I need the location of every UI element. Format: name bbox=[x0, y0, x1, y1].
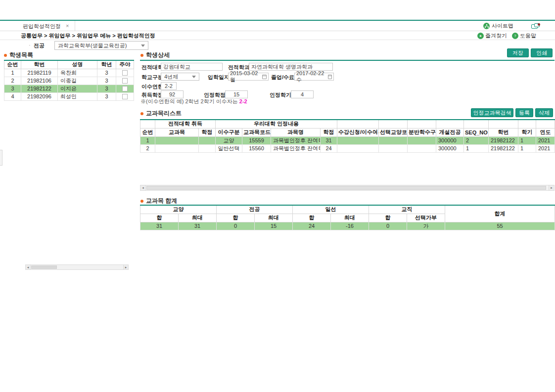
popup-windows-icon[interactable] bbox=[531, 23, 540, 29]
col-header: 학번 bbox=[21, 60, 58, 69]
sitemap-button[interactable]: 사이트맵 bbox=[483, 22, 513, 30]
earned-credits-field[interactable] bbox=[161, 90, 184, 98]
table-row[interactable]: 2 일반선택 15560 과목별인정후 잔여학점(일선) 24 300000 1… bbox=[140, 144, 555, 152]
cell: 과목별인정후 잔여학점(일선) bbox=[271, 144, 321, 152]
table-row[interactable]: 1 21982119 옥찬희 3 bbox=[4, 69, 134, 77]
term-limit-field[interactable] bbox=[161, 82, 177, 90]
recognized-terms-label: 인정학기 bbox=[270, 91, 291, 99]
cell: 21982119 bbox=[21, 69, 58, 77]
col-group-header: 우리대학 인정내용 bbox=[216, 120, 337, 128]
col-header: 성명 bbox=[58, 60, 97, 69]
cell: -16 bbox=[331, 222, 369, 230]
col-header: 선택가부 bbox=[407, 214, 445, 222]
school-type-select[interactable]: 4년제 bbox=[161, 73, 199, 81]
register-button[interactable]: 등록 bbox=[515, 108, 533, 117]
cell: 0 bbox=[369, 222, 407, 230]
tab-close-icon[interactable]: × bbox=[66, 23, 69, 29]
delete-button[interactable]: 삭제 bbox=[535, 108, 553, 117]
tab-label: 편입학성적인정 bbox=[23, 21, 61, 31]
cell: 2021 bbox=[536, 136, 555, 144]
cell bbox=[408, 144, 436, 152]
recognized-credits-field[interactable] bbox=[225, 90, 248, 98]
help-button[interactable]: ? 도움말 bbox=[512, 32, 536, 40]
chevron-down-icon bbox=[141, 44, 145, 47]
section-bullet-icon bbox=[140, 112, 143, 115]
day-night-checkbox[interactable] bbox=[122, 78, 128, 84]
col-header: 학점 bbox=[199, 128, 216, 136]
col-header: SEQ_NO bbox=[464, 128, 489, 136]
day-night-checkbox[interactable] bbox=[122, 94, 128, 99]
cell: 3 bbox=[97, 69, 116, 77]
favorite-button[interactable]: ★ 즐겨찾기 bbox=[477, 32, 507, 40]
course-total-title: 교과목 합계 bbox=[140, 197, 177, 205]
scrollbar-thumb[interactable] bbox=[146, 186, 546, 190]
cell: 2 bbox=[4, 77, 21, 85]
major-select[interactable]: 과학교육학부(생물교육전공) bbox=[54, 41, 148, 50]
cell: 0 bbox=[217, 222, 255, 230]
chevron-down-icon bbox=[192, 76, 196, 78]
cell bbox=[116, 69, 134, 77]
table-row-selected[interactable]: 3 21982122 이지은 3 bbox=[4, 85, 134, 92]
cell: 3 bbox=[97, 85, 116, 92]
table-row[interactable]: 4 21982096 최성민 3 bbox=[4, 92, 134, 100]
table-row[interactable]: 2 21982106 이종길 3 bbox=[4, 77, 134, 85]
search-recognized-course-button[interactable]: 인정교과목검색 bbox=[471, 108, 513, 117]
admission-date-field[interactable]: 2015-03-02 월 bbox=[228, 73, 269, 81]
scroll-right-arrow[interactable]: ▸ bbox=[549, 185, 554, 190]
day-night-checkbox[interactable] bbox=[122, 86, 128, 91]
cell: 31 bbox=[140, 222, 179, 230]
scroll-left-arrow[interactable]: ◂ bbox=[26, 265, 31, 269]
cell: 21982096 bbox=[21, 92, 58, 100]
col-header: 최대 bbox=[331, 214, 369, 222]
col-header: 최대 bbox=[255, 214, 293, 222]
note-highlight: 2-2 bbox=[239, 98, 247, 104]
cell: 55 bbox=[445, 222, 555, 230]
tab-transfer-credit[interactable]: 편입학성적인정 × bbox=[18, 21, 75, 31]
student-detail-title: 학생상세 bbox=[140, 51, 170, 59]
cell: 3 bbox=[4, 85, 21, 92]
cell bbox=[337, 144, 379, 152]
cell: 1 bbox=[518, 136, 536, 144]
col-header bbox=[337, 120, 379, 128]
cell: 31 bbox=[321, 136, 337, 144]
scrollbar-thumb[interactable] bbox=[31, 265, 57, 269]
cell: 300000 bbox=[436, 136, 464, 144]
tabbar-right-tools: 사이트맵 bbox=[483, 22, 540, 30]
col-group-header: 전공 bbox=[217, 205, 293, 214]
scroll-right-arrow[interactable]: ▸ bbox=[123, 265, 128, 269]
col-header: 선택교양코드 bbox=[379, 128, 408, 136]
recognized-terms-field[interactable] bbox=[291, 90, 314, 98]
col-header: 학번 bbox=[489, 128, 518, 136]
table-row-selected[interactable]: 1 교양 15559 과목별인정후 잔여학점(교양) 31 300000 2 2… bbox=[140, 136, 555, 144]
calendar-icon[interactable] bbox=[262, 75, 267, 79]
col-header bbox=[464, 120, 489, 128]
col-header: 합 bbox=[369, 214, 407, 222]
panel-splitter-handle[interactable] bbox=[0, 150, 2, 166]
col-header bbox=[489, 120, 518, 128]
section-bullet-icon bbox=[140, 54, 143, 57]
sitemap-label: 사이트맵 bbox=[492, 22, 513, 30]
col-header bbox=[536, 120, 555, 128]
prev-univ-field[interactable] bbox=[161, 63, 223, 71]
scroll-left-arrow[interactable]: ◂ bbox=[140, 185, 146, 190]
col-header bbox=[379, 120, 408, 128]
student-list-hscrollbar[interactable]: ◂ ▸ bbox=[25, 264, 129, 270]
course-list-table: 전적대학 취득 우리대학 인정내용 순번 교과목 학점 이수구분 교과목코드 과… bbox=[140, 119, 555, 153]
col-header: 순번 bbox=[4, 60, 21, 69]
grad-date-field[interactable]: 2017-02-22 수 bbox=[294, 73, 334, 81]
course-table-hscrollbar[interactable]: ◂ ▸ bbox=[140, 185, 555, 191]
col-header: 연도 bbox=[536, 128, 555, 136]
save-button[interactable]: 저장 bbox=[507, 48, 529, 57]
day-night-checkbox[interactable] bbox=[122, 70, 128, 76]
cell bbox=[199, 144, 216, 152]
calendar-icon[interactable] bbox=[328, 75, 332, 79]
cell: 15 bbox=[255, 222, 293, 230]
cell: 옥찬희 bbox=[58, 69, 97, 77]
cell bbox=[199, 136, 216, 144]
col-group-header: 교양 bbox=[140, 205, 217, 214]
cell: 21982122 bbox=[489, 144, 518, 152]
course-header-row: 순번 교과목 학점 이수구분 교과목코드 과목명 학점 수강신청/이수여부 선택… bbox=[140, 128, 555, 136]
major-select-value: 과학교육학부(생물교육전공) bbox=[58, 42, 127, 49]
col-header: 합계 bbox=[445, 205, 555, 222]
print-button[interactable]: 인쇄 bbox=[531, 48, 553, 57]
